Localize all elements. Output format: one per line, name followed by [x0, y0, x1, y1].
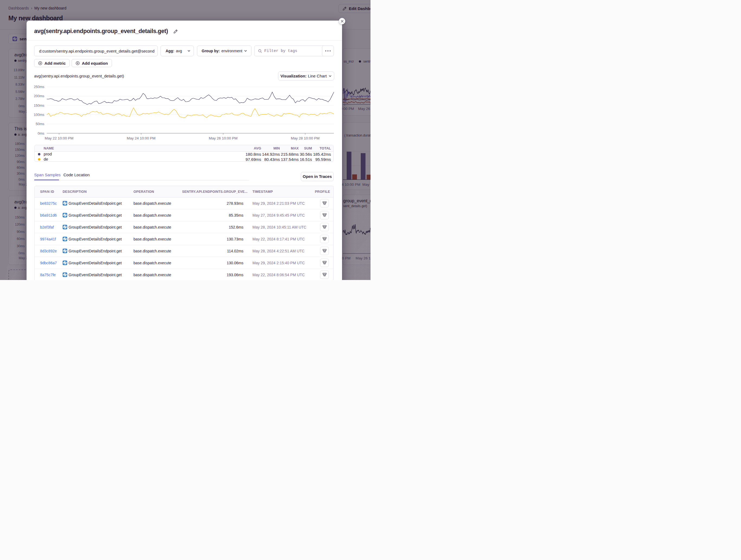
svg-text:200ms: 200ms	[34, 94, 45, 98]
svg-text:May 24 10:00 PM: May 24 10:00 PM	[127, 136, 155, 140]
svg-text:May 26 10:00 PM: May 26 10:00 PM	[209, 136, 238, 140]
svg-text:May 22 10:00 PM: May 22 10:00 PM	[45, 136, 73, 140]
svg-text:250ms: 250ms	[34, 85, 45, 89]
svg-text:May 28 10:00 PM: May 28 10:00 PM	[291, 136, 320, 140]
svg-text:100ms: 100ms	[34, 113, 45, 117]
svg-text:50ms: 50ms	[36, 122, 45, 126]
svg-text:150ms: 150ms	[34, 103, 45, 107]
svg-text:0ms: 0ms	[38, 131, 45, 135]
